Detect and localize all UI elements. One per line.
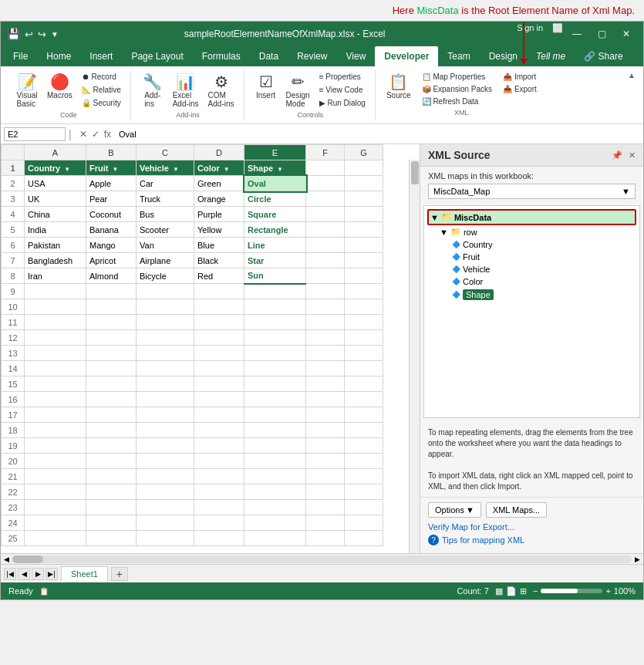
customize-icon[interactable]: ▼ [51,30,59,39]
close-button[interactable]: ✕ [615,23,637,45]
header-country[interactable]: Country ▼ [25,160,86,176]
cell-f1[interactable] [306,160,345,176]
tab-file[interactable]: File [4,46,37,66]
tab-share[interactable]: 🔗 Share [575,46,632,66]
page-layout-icon[interactable]: 📄 [506,586,517,596]
sheet-tab-sheet1[interactable]: Sheet1 [61,566,108,581]
options-button[interactable]: Options ▼ [428,502,481,518]
name-box[interactable] [4,127,66,141]
visual-basic-button[interactable]: 📝 VisualBasic [13,71,41,110]
export-button[interactable]: 📥 Export [500,83,540,95]
relative-refs-button[interactable]: 📐 Relative [79,84,124,96]
horizontal-scroll-track[interactable] [12,555,632,563]
cell-e5[interactable]: Rectangle [244,222,306,238]
normal-view-icon[interactable]: ▦ [495,586,503,596]
cell-e3[interactable]: Circle [244,191,306,207]
cell-g4[interactable] [345,207,383,222]
collapse-ribbon-button[interactable]: ▲ [626,69,637,81]
cell-a8[interactable]: Iran [25,268,86,284]
tab-tell-me[interactable]: Tell me [527,46,575,66]
horizontal-scroll-thumb[interactable] [12,555,43,563]
tab-formulas[interactable]: Formulas [193,46,250,66]
zoom-out-icon[interactable]: − [533,586,538,596]
design-mode-button[interactable]: ✏ DesignMode [283,71,313,110]
undo-icon[interactable]: ↩ [25,29,33,40]
cell-g8[interactable] [345,268,383,284]
cell-d6[interactable]: Blue [194,238,244,253]
sign-in-label[interactable]: Sign in [511,23,549,45]
tab-page-layout[interactable]: Page Layout [122,46,192,66]
cell-c7[interactable]: Airplane [137,253,194,268]
cell-g3[interactable] [345,191,383,207]
cancel-formula-icon[interactable]: ✕ [79,129,87,140]
cell-a2[interactable]: USA [25,176,86,191]
cell-g1[interactable] [345,160,383,176]
tab-data[interactable]: Data [250,46,288,66]
cell-d2[interactable]: Green [194,176,244,191]
zoom-slider[interactable] [541,589,602,593]
tree-root-miscdata[interactable]: ▼ 📁 MiscData [427,209,636,225]
col-header-e[interactable]: E [244,145,306,160]
import-button[interactable]: 📤 Import [500,71,540,83]
restore-window-icon[interactable]: ⬜ [552,23,563,45]
cell-e7[interactable]: Star [244,253,306,268]
cell-f4[interactable] [306,207,345,222]
macro-security-button[interactable]: 🔒 Security [79,97,124,109]
save-icon[interactable]: 💾 [7,28,20,40]
sheet-nav-next[interactable]: ▶ [32,568,44,580]
tab-view[interactable]: View [337,46,376,66]
scroll-left-icon[interactable]: ◀ [4,555,9,563]
cell-e8[interactable]: Sun [244,268,306,284]
xml-maps-button[interactable]: XML Maps... [486,502,547,518]
properties-button[interactable]: ≡ Properties [316,71,369,83]
cell-c4[interactable]: Bus [137,207,194,222]
xml-map-dropdown[interactable]: MiscData_Map ▼ [428,184,636,199]
cell-c3[interactable]: Truck [137,191,194,207]
page-break-icon[interactable]: ⊞ [520,586,527,596]
cell-a5[interactable]: India [25,222,86,238]
cell-e2[interactable]: Oval [244,176,306,191]
insert-function-icon[interactable]: fx [104,129,111,140]
cell-b7[interactable]: Apricot [86,253,137,268]
header-shape[interactable]: Shape ▼ [244,160,306,176]
macros-button[interactable]: 🔴 Macros [44,71,76,101]
refresh-data-button[interactable]: 🔄 Refresh Data [419,96,496,107]
com-addins-button[interactable]: ⚙ COMAdd-ins [205,71,238,110]
bottom-scroll-bar[interactable]: ◀ ▶ [1,553,643,564]
insert-control-button[interactable]: ☑ Insert [252,71,280,101]
cell-c8[interactable]: Bicycle [137,268,194,284]
cell-c5[interactable]: Scooter [137,222,194,238]
formula-input[interactable] [119,130,640,139]
col-header-a[interactable]: A [25,145,86,160]
sheet-nav-last[interactable]: ▶| [46,568,58,580]
tab-developer[interactable]: Developer [375,46,438,66]
header-fruit[interactable]: Fruit ▼ [86,160,137,176]
grid-scroll-area[interactable]: A B C D E F G 1 Country ▼ [1,144,420,553]
cell-a4[interactable]: China [25,207,86,222]
cell-d3[interactable]: Orange [194,191,244,207]
cell-e4[interactable]: Square [244,207,306,222]
cell-g7[interactable] [345,253,383,268]
tips-link[interactable]: ? Tips for mapping XML [428,532,636,549]
redo-icon[interactable]: ↪ [38,29,46,40]
cell-b5[interactable]: Banana [86,222,137,238]
cell-f7[interactable] [306,253,345,268]
map-properties-button[interactable]: 📋 Map Properties [419,71,496,83]
sheet-nav-first[interactable]: |◀ [4,568,16,580]
cell-b4[interactable]: Coconut [86,207,137,222]
verify-link[interactable]: Verify Map for Export... [428,522,514,532]
col-header-g[interactable]: G [345,145,383,160]
cell-d7[interactable]: Black [194,253,244,268]
cell-g5[interactable] [345,222,383,238]
cell-f3[interactable] [306,191,345,207]
run-dialog-button[interactable]: ▶ Run Dialog [316,97,369,109]
cell-f5[interactable] [306,222,345,238]
tab-home[interactable]: Home [37,46,80,66]
tree-vehicle-item[interactable]: 🔷 Vehicle [427,263,636,275]
col-header-d[interactable]: D [194,145,244,160]
verify-export-link[interactable]: Verify Map for Export... [428,522,636,532]
vertical-scrollbar[interactable] [409,160,420,553]
tab-review[interactable]: Review [288,46,336,66]
col-header-c[interactable]: C [137,145,194,160]
tree-country-item[interactable]: 🔷 Country [427,238,636,251]
